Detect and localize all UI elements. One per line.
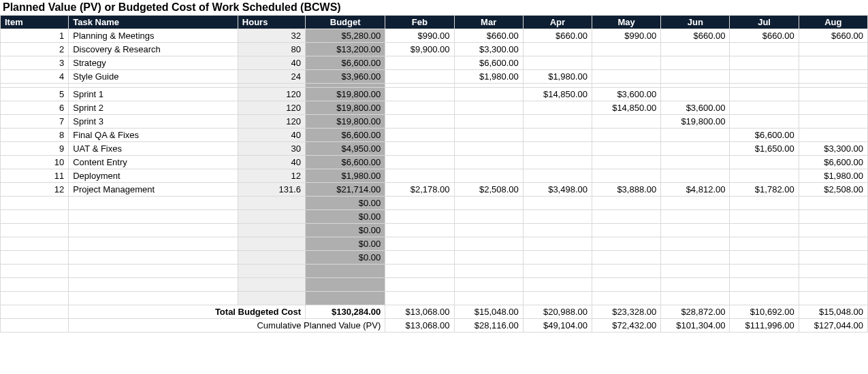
cell-item[interactable]: 8 (1, 129, 69, 142)
cell-month[interactable] (730, 278, 799, 292)
cell-item[interactable]: 4 (1, 70, 69, 84)
cell-month[interactable] (730, 251, 799, 265)
cell-month[interactable] (799, 292, 867, 305)
table-row[interactable]: 7Sprint 3120$19,800.00$19,800.00 (1, 115, 868, 129)
cell-month[interactable]: $1,980.00 (454, 70, 523, 84)
cell-month[interactable]: $14,850.00 (523, 88, 592, 101)
cell-month[interactable] (661, 142, 730, 156)
table-row[interactable] (1, 265, 868, 278)
cell-month[interactable] (799, 210, 867, 224)
table-row[interactable] (1, 292, 868, 305)
cell-month[interactable]: $6,600.00 (730, 129, 799, 142)
cell-month[interactable]: $3,888.00 (592, 183, 661, 197)
cell-month[interactable] (592, 237, 661, 251)
cell-month[interactable] (592, 210, 661, 224)
cell-item[interactable] (1, 265, 69, 278)
cell-month[interactable] (592, 156, 661, 169)
cell-item[interactable] (1, 210, 69, 224)
cell-month[interactable] (454, 292, 523, 305)
table-row[interactable]: $0.00 (1, 210, 868, 224)
cell-month[interactable] (730, 88, 799, 101)
cell-month[interactable] (523, 210, 592, 224)
cell-month[interactable]: $660.00 (661, 29, 730, 43)
cell-month[interactable] (730, 292, 799, 305)
cell-month[interactable] (523, 169, 592, 183)
cell-item[interactable]: 9 (1, 142, 69, 156)
cell-month[interactable] (592, 292, 661, 305)
cell-month[interactable] (454, 129, 523, 142)
cell-budget[interactable]: $19,800.00 (306, 88, 385, 101)
table-row[interactable]: $0.00 (1, 224, 868, 237)
cell-task[interactable]: Sprint 2 (69, 101, 238, 115)
cell-month[interactable]: $3,600.00 (661, 101, 730, 115)
cell-month[interactable] (799, 278, 867, 292)
cell-month[interactable] (385, 70, 454, 84)
cell-month[interactable] (730, 224, 799, 237)
cell-item[interactable] (1, 292, 69, 305)
cell-month[interactable] (799, 197, 867, 210)
cell-month[interactable] (592, 278, 661, 292)
table-row[interactable]: 10Content Entry40$6,600.00$6,600.00 (1, 156, 868, 169)
cell-month[interactable] (523, 129, 592, 142)
cell-hours[interactable] (238, 224, 305, 237)
cell-budget[interactable]: $6,600.00 (306, 56, 385, 70)
cell-month[interactable] (454, 142, 523, 156)
cell-hours[interactable]: 40 (238, 129, 305, 142)
cell-month[interactable] (661, 224, 730, 237)
table-row[interactable]: $0.00 (1, 237, 868, 251)
cell-month[interactable] (592, 251, 661, 265)
table-row[interactable]: 2Discovery & Research80$13,200.00$9,900.… (1, 43, 868, 56)
cell-month[interactable] (385, 88, 454, 101)
cell-month[interactable]: $2,508.00 (454, 183, 523, 197)
cell-month[interactable] (385, 101, 454, 115)
cell-budget[interactable] (306, 292, 385, 305)
cell-month[interactable] (523, 56, 592, 70)
cell-hours[interactable]: 40 (238, 56, 305, 70)
cell-month[interactable]: $660.00 (799, 29, 867, 43)
table-row[interactable]: 9UAT & Fixes30$4,950.00$1,650.00$3,300.0… (1, 142, 868, 156)
cell-month[interactable] (661, 251, 730, 265)
cell-month[interactable]: $1,782.00 (730, 183, 799, 197)
cell-month[interactable] (385, 265, 454, 278)
cell-task[interactable] (69, 210, 238, 224)
cell-month[interactable] (454, 115, 523, 129)
table-row[interactable]: 3Strategy40$6,600.00$6,600.00 (1, 56, 868, 70)
cell-budget[interactable]: $19,800.00 (306, 115, 385, 129)
cell-hours[interactable]: 120 (238, 101, 305, 115)
cell-month[interactable] (730, 115, 799, 129)
cell-item[interactable] (1, 251, 69, 265)
cell-month[interactable] (454, 101, 523, 115)
table-row[interactable]: 6Sprint 2120$19,800.00$14,850.00$3,600.0… (1, 101, 868, 115)
cell-month[interactable] (799, 56, 867, 70)
cell-month[interactable] (799, 43, 867, 56)
cell-month[interactable] (592, 70, 661, 84)
cell-month[interactable]: $990.00 (592, 29, 661, 43)
cell-month[interactable] (661, 197, 730, 210)
cell-item[interactable]: 6 (1, 101, 69, 115)
cell-month[interactable] (799, 251, 867, 265)
cell-task[interactable]: Deployment (69, 169, 238, 183)
cell-month[interactable] (454, 224, 523, 237)
cell-budget[interactable]: $0.00 (306, 210, 385, 224)
cell-month[interactable]: $1,980.00 (523, 70, 592, 84)
cell-month[interactable] (661, 129, 730, 142)
cell-month[interactable] (385, 129, 454, 142)
cell-budget[interactable]: $0.00 (306, 224, 385, 237)
cell-task[interactable]: Content Entry (69, 156, 238, 169)
cell-month[interactable] (523, 142, 592, 156)
cell-month[interactable] (661, 278, 730, 292)
cell-month[interactable] (385, 210, 454, 224)
cell-month[interactable]: $3,600.00 (592, 88, 661, 101)
cell-month[interactable] (523, 224, 592, 237)
cell-hours[interactable]: 12 (238, 169, 305, 183)
cell-month[interactable]: $4,812.00 (661, 183, 730, 197)
table-row[interactable]: 4Style Guide24$3,960.00$1,980.00$1,980.0… (1, 70, 868, 84)
cell-hours[interactable]: 24 (238, 70, 305, 84)
cell-task[interactable]: Discovery & Research (69, 43, 238, 56)
cell-month[interactable] (385, 224, 454, 237)
cell-budget[interactable]: $6,600.00 (306, 129, 385, 142)
cell-month[interactable] (385, 292, 454, 305)
cell-month[interactable] (385, 156, 454, 169)
cell-month[interactable] (661, 88, 730, 101)
cell-hours[interactable] (238, 265, 305, 278)
